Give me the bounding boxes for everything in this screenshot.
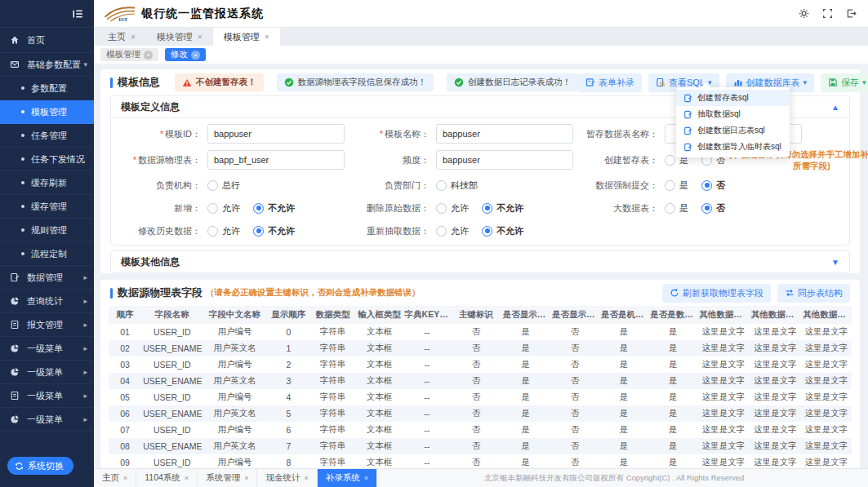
刷新获取物理表字段-button[interactable]: 刷新获取物理表字段 xyxy=(662,284,771,303)
radio-option-不允许[interactable]: 不允许 xyxy=(253,202,295,215)
radio-option-允许[interactable]: 允许 xyxy=(207,202,240,215)
top-tab-主页[interactable]: 主页× xyxy=(97,28,146,46)
close-icon[interactable]: × xyxy=(185,474,189,482)
bottom-tab-补录系统[interactable]: 补录系统× xyxy=(318,469,377,487)
radio-checked-icon[interactable] xyxy=(253,203,264,214)
radio-unchecked-icon[interactable] xyxy=(665,155,675,166)
table-row-9[interactable]: 09USER_ID用户编号8字符串文本框--否是否是是这里是文字这里是文字这里是… xyxy=(109,454,852,468)
table-row-6[interactable]: 06USER_ENAME用户英文名5字符串文本框--否是否是是这里是文字这里是文… xyxy=(109,405,852,422)
cell: -- xyxy=(403,438,451,454)
table-row-3[interactable]: 03USER_ID用户编号2字符串文本框--否是否是是这里是文字这里是文字这里是… xyxy=(109,356,852,373)
bottom-tab-系统管理[interactable]: 系统管理× xyxy=(198,469,257,487)
radio-option-否[interactable]: 否 xyxy=(701,202,725,215)
close-icon[interactable]: × xyxy=(265,33,269,42)
radio-unchecked-icon[interactable] xyxy=(436,180,447,191)
sidebar-item-一级菜单-16[interactable]: 一级菜单▸ xyxy=(0,408,94,432)
sidebar-item-一级菜单-13[interactable]: 一级菜单▸ xyxy=(0,337,94,361)
radio-option-是[interactable]: 是 xyxy=(665,202,688,215)
sidebar-item-查询统计-11[interactable]: 查询统计▸ xyxy=(0,290,94,313)
radio-unchecked-icon[interactable] xyxy=(436,203,447,214)
sidebar-item-一级菜单-15[interactable]: 一级菜单▸ xyxy=(0,384,94,408)
close-icon[interactable]: × xyxy=(364,474,368,482)
fullscreen-icon[interactable] xyxy=(822,8,833,19)
table-row-1[interactable]: 01USER_ID用户编号0字符串文本框--否是否是是这里是文字这里是文字这里是… xyxy=(109,324,852,340)
table-row-4[interactable]: 04USER_ENAME用户英文名3字符串文本框--否是否是是这里是文字这里是文… xyxy=(109,373,852,389)
tab-label: 系统管理 xyxy=(206,472,240,484)
频度-input[interactable] xyxy=(436,150,573,170)
dropdown-item-创建数据日志表sql[interactable]: 创建数据日志表sql xyxy=(676,122,790,139)
sidebar-item-缓存管理-7[interactable]: 缓存管理 xyxy=(0,195,94,219)
radio-checked-icon[interactable] xyxy=(253,226,264,237)
table-row-8[interactable]: 08USER_ENAME用户英文名7字符串文本框--否是否是是这里是文字这里是文… xyxy=(109,438,852,454)
system-switch-button[interactable]: 系统切换 xyxy=(7,457,73,475)
table-row-5[interactable]: 05USER_ID用户编号4字符串文本框--否是否是是这里是文字这里是文字这里是… xyxy=(109,389,852,405)
radio-checked-icon[interactable] xyxy=(482,226,492,237)
radio-option-允许[interactable]: 允许 xyxy=(207,225,240,237)
template-other-header[interactable]: 模板其他信息 ▼ xyxy=(111,251,849,272)
sidebar-item-基础参数配置-1[interactable]: 基础参数配置▾ xyxy=(0,53,94,77)
sidebar-item-数据管理-10[interactable]: 数据管理▸ xyxy=(0,266,94,290)
表单补录-button[interactable]: 表单补录 xyxy=(578,73,642,92)
close-icon[interactable]: × xyxy=(131,33,136,42)
sidebar-item-规则管理-8[interactable]: 规则管理 xyxy=(0,219,94,242)
radio-option-不允许[interactable]: 不允许 xyxy=(482,202,523,215)
bottom-tab-现金统计[interactable]: 现金统计× xyxy=(257,469,317,487)
sidebar-item-报文管理-12[interactable]: 报文管理▸ xyxy=(0,313,94,337)
sidebar-item-模板管理-3[interactable]: 模板管理 xyxy=(0,100,94,124)
table-row-7[interactable]: 07USER_ID用户编号6字符串文本框--否是否是是这里是文字这里是文字这里是… xyxy=(109,422,852,438)
radio-option-是[interactable]: 是 xyxy=(665,179,688,192)
hamburger-menu-icon[interactable] xyxy=(72,8,84,20)
radio-unchecked-icon[interactable] xyxy=(436,226,447,237)
breadcrumb-chip-修改[interactable]: 修改× xyxy=(165,48,206,61)
sidebar-item-参数配置-2[interactable]: 参数配置 xyxy=(0,77,94,100)
radio-unchecked-icon[interactable] xyxy=(207,226,218,237)
close-circle-icon[interactable]: × xyxy=(191,51,200,60)
close-icon[interactable]: × xyxy=(244,474,248,482)
radio-checked-icon[interactable] xyxy=(701,180,712,191)
radio-checked-icon[interactable] xyxy=(482,203,492,214)
sidebar-item-流程定制-9[interactable]: 流程定制 xyxy=(0,242,94,266)
radio-option-科技部[interactable]: 科技部 xyxy=(436,179,478,192)
dropdown-item-抽取数据sql[interactable]: 抽取数据sql xyxy=(676,106,790,122)
cell: USER_ID xyxy=(141,356,203,373)
top-tab-模块管理[interactable]: 模块管理× xyxy=(146,28,213,46)
close-icon[interactable]: × xyxy=(304,474,308,482)
保存-button[interactable]: 保存▾ xyxy=(821,73,868,92)
模板ID-input[interactable] xyxy=(207,124,345,144)
同步表结构-button[interactable]: 同步表结构 xyxy=(777,284,850,303)
bottom-tab-1104系统[interactable]: 1104系统× xyxy=(136,469,198,487)
sidebar-item-任务下发情况-5[interactable]: 任务下发情况 xyxy=(0,148,94,171)
dropdown-item-创建暂存表sql[interactable]: 创建暂存表sql xyxy=(676,90,790,106)
模板名称-input[interactable] xyxy=(436,124,573,144)
table-row-2[interactable]: 02USER_ENAME用户英文名1字符串文本框--否是否是是这里是文字这里是文… xyxy=(109,340,852,356)
fields-table: 顺序字段名称字段中文名称显示顺序数据类型输入框类型字典KEY/日…主键标识是否显… xyxy=(109,306,852,468)
radio-unchecked-icon[interactable] xyxy=(665,203,675,214)
close-circle-icon[interactable]: × xyxy=(144,51,153,60)
collapse-down-icon[interactable]: ▼ xyxy=(831,258,839,267)
collapse-up-icon[interactable]: ▲ xyxy=(831,103,839,112)
radio-option-不允许[interactable]: 不允许 xyxy=(253,225,295,237)
radio-option-总行[interactable]: 总行 xyxy=(207,179,240,192)
sidebar-item-缓存刷新-6[interactable]: 缓存刷新 xyxy=(0,171,94,195)
top-tab-模板管理[interactable]: 模板管理× xyxy=(213,28,280,46)
dropdown-item-创建数据导入临时表sql[interactable]: 创建数据导入临时表sql xyxy=(676,139,790,155)
radio-unchecked-icon[interactable] xyxy=(665,180,675,191)
sidebar-item-首页-0[interactable]: 首页 xyxy=(0,28,94,53)
bottom-tab-主页[interactable]: 主页× xyxy=(94,469,136,487)
logout-icon[interactable] xyxy=(846,8,857,19)
close-icon[interactable]: × xyxy=(198,33,203,42)
cell: USER_ENAME xyxy=(141,373,203,389)
radio-option-允许[interactable]: 允许 xyxy=(436,202,469,215)
radio-option-否[interactable]: 否 xyxy=(701,179,725,192)
radio-option-不允许[interactable]: 不允许 xyxy=(482,225,523,237)
radio-unchecked-icon[interactable] xyxy=(207,180,218,191)
sidebar-item-任务管理-4[interactable]: 任务管理 xyxy=(0,124,94,148)
radio-option-允许[interactable]: 允许 xyxy=(436,225,469,237)
settings-icon[interactable] xyxy=(799,8,809,19)
breadcrumb-chip-模板管理[interactable]: 模板管理× xyxy=(100,48,158,61)
radio-unchecked-icon[interactable] xyxy=(207,203,218,214)
数据源物理表-input[interactable] xyxy=(207,150,345,170)
radio-checked-icon[interactable] xyxy=(701,203,712,214)
close-icon[interactable]: × xyxy=(123,474,127,482)
sidebar-item-一级菜单-14[interactable]: 一级菜单▸ xyxy=(0,361,94,384)
